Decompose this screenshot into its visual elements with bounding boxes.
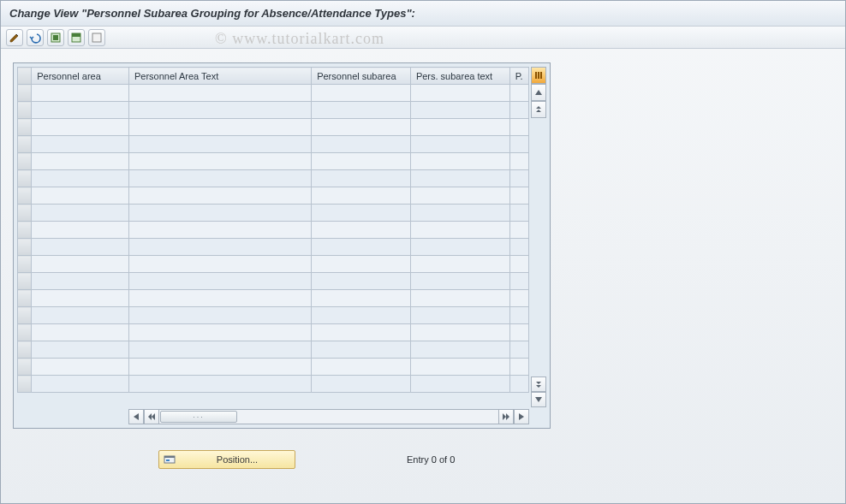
cell[interactable] — [509, 290, 528, 307]
cell[interactable] — [410, 239, 509, 256]
page-left-button[interactable] — [144, 409, 159, 424]
hscroll-thumb[interactable]: ··· — [160, 411, 237, 423]
cell[interactable] — [128, 102, 311, 119]
cell[interactable] — [410, 222, 509, 239]
row-selector[interactable] — [18, 170, 32, 187]
cell[interactable] — [32, 136, 129, 153]
cell[interactable] — [312, 341, 411, 359]
cell[interactable] — [509, 256, 528, 273]
row-up-button[interactable] — [531, 84, 546, 101]
cell[interactable] — [32, 341, 129, 359]
cell[interactable] — [128, 187, 311, 205]
deselect-all-button[interactable] — [88, 29, 105, 46]
cell[interactable] — [312, 256, 411, 273]
cell[interactable] — [509, 376, 528, 393]
cell[interactable] — [312, 222, 411, 239]
cell[interactable] — [312, 102, 411, 119]
cell[interactable] — [312, 239, 411, 256]
page-down-button[interactable] — [531, 377, 546, 392]
col-personnel-subarea[interactable]: Personnel subarea — [312, 68, 411, 85]
cell[interactable] — [32, 324, 129, 341]
cell[interactable] — [128, 85, 311, 102]
cell[interactable] — [128, 153, 311, 170]
cell[interactable] — [312, 170, 411, 187]
row-selector[interactable] — [18, 205, 32, 222]
cell[interactable] — [128, 119, 311, 136]
cell[interactable] — [509, 136, 528, 153]
cell[interactable] — [32, 170, 129, 187]
cell[interactable] — [312, 359, 411, 376]
row-selector[interactable] — [18, 307, 32, 324]
cell[interactable] — [128, 376, 311, 393]
cell[interactable] — [312, 290, 411, 307]
cell[interactable] — [509, 102, 528, 119]
cell[interactable] — [32, 256, 129, 273]
cell[interactable] — [410, 290, 509, 307]
cell[interactable] — [128, 239, 311, 256]
cell[interactable] — [410, 136, 509, 153]
configure-columns-button[interactable] — [531, 67, 546, 84]
cell[interactable] — [312, 119, 411, 136]
cell[interactable] — [312, 136, 411, 153]
cell[interactable] — [32, 359, 129, 376]
cell[interactable] — [312, 307, 411, 324]
cell[interactable] — [410, 359, 509, 376]
col-p[interactable]: P. — [509, 68, 528, 85]
position-button[interactable]: Position... — [158, 450, 295, 469]
cell[interactable] — [509, 153, 528, 170]
cell[interactable] — [32, 239, 129, 256]
cell[interactable] — [32, 376, 129, 393]
cell[interactable] — [410, 341, 509, 359]
cell[interactable] — [312, 205, 411, 222]
row-selector[interactable] — [18, 376, 32, 393]
cell[interactable] — [410, 170, 509, 187]
cell[interactable] — [509, 307, 528, 324]
cell[interactable] — [32, 187, 129, 205]
cell[interactable] — [32, 85, 129, 102]
cell[interactable] — [509, 222, 528, 239]
cell[interactable] — [128, 222, 311, 239]
cell[interactable] — [410, 273, 509, 290]
col-personnel-area[interactable]: Personnel area — [32, 68, 129, 85]
row-selector[interactable] — [18, 290, 32, 307]
cell[interactable] — [410, 376, 509, 393]
row-selector[interactable] — [18, 341, 32, 359]
col-personnel-area-text[interactable]: Personnel Area Text — [128, 68, 311, 85]
row-selector[interactable] — [18, 136, 32, 153]
row-selector[interactable] — [18, 187, 32, 205]
select-block-button[interactable] — [68, 29, 85, 46]
cell[interactable] — [410, 85, 509, 102]
row-selector[interactable] — [18, 85, 32, 102]
page-up-button[interactable] — [531, 101, 546, 118]
cell[interactable] — [312, 376, 411, 393]
undo-button[interactable] — [27, 29, 44, 46]
cell[interactable] — [312, 85, 411, 102]
row-selector[interactable] — [18, 239, 32, 256]
row-selector[interactable] — [18, 102, 32, 119]
cell[interactable] — [32, 290, 129, 307]
cell[interactable] — [32, 153, 129, 170]
cell[interactable] — [128, 341, 311, 359]
cell[interactable] — [128, 324, 311, 341]
cell[interactable] — [32, 119, 129, 136]
cell[interactable] — [128, 359, 311, 376]
cell[interactable] — [509, 187, 528, 205]
cell[interactable] — [128, 256, 311, 273]
cell[interactable] — [410, 187, 509, 205]
cell[interactable] — [410, 307, 509, 324]
row-selector[interactable] — [18, 153, 32, 170]
cell[interactable] — [509, 359, 528, 376]
cell[interactable] — [312, 324, 411, 341]
col-right-button[interactable] — [514, 409, 529, 424]
cell[interactable] — [32, 273, 129, 290]
cell[interactable] — [32, 102, 129, 119]
page-right-button[interactable] — [498, 409, 514, 424]
cell[interactable] — [410, 119, 509, 136]
cell[interactable] — [410, 102, 509, 119]
cell[interactable] — [509, 205, 528, 222]
cell[interactable] — [509, 239, 528, 256]
row-selector[interactable] — [18, 359, 32, 376]
cell[interactable] — [128, 307, 311, 324]
cell[interactable] — [509, 170, 528, 187]
cell[interactable] — [410, 324, 509, 341]
